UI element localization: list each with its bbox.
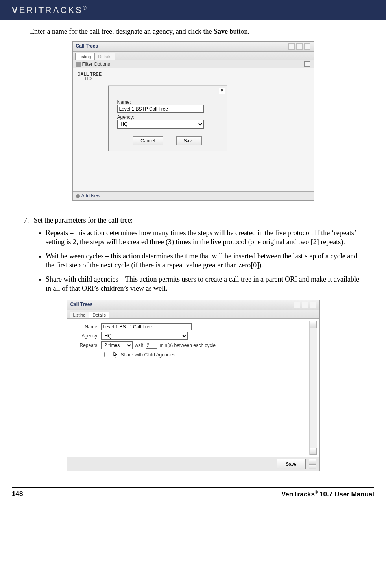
- bullet-share: Share with child agencies – This action …: [46, 275, 362, 293]
- screenshot-call-trees-dialog: Call Trees Listing Details Filter Option…: [72, 41, 314, 201]
- repeats-select[interactable]: 2 times: [101, 341, 133, 349]
- filter-label: Filter Options: [82, 61, 110, 67]
- panel-body: CALL TREE HQ ✕ Name: Agency: HQ Cancel S…: [73, 68, 314, 191]
- panel-title: Call Trees: [76, 43, 98, 50]
- screenshot-call-trees-details: Call Trees Listing Details Name: Agency:…: [67, 300, 320, 471]
- name-label: Name:: [117, 100, 218, 105]
- parameter-bullets: Repeats – this action determines how man…: [24, 229, 362, 293]
- agency-select[interactable]: HQ: [117, 120, 204, 129]
- save-button-2[interactable]: Save: [277, 459, 305, 469]
- step-7: 7. Set the parameters for the call tree:: [24, 216, 362, 225]
- new-call-tree-dialog: ✕ Name: Agency: HQ Cancel Save: [108, 86, 227, 151]
- window-buttons-2: [294, 302, 316, 308]
- agency-select-2[interactable]: HQ: [101, 332, 188, 340]
- manual-title: VeriTracks® 10.7 User Manual: [281, 490, 374, 498]
- scroll-down-icon[interactable]: [309, 464, 316, 469]
- tab-details[interactable]: Details: [94, 53, 115, 60]
- add-new-link[interactable]: Add New: [81, 193, 101, 199]
- tab-listing[interactable]: Listing: [75, 53, 95, 60]
- filter-bar: Filter Options: [73, 60, 314, 68]
- wait-label: wait: [135, 343, 143, 348]
- maximize-icon[interactable]: [302, 302, 308, 308]
- step-text: Set the parameters for the call tree:: [34, 216, 133, 225]
- dialog-close-button[interactable]: ✕: [219, 88, 225, 94]
- name-input[interactable]: [117, 105, 204, 113]
- tree-heading: CALL TREE: [78, 72, 309, 76]
- vertical-scrollbar[interactable]: [309, 321, 317, 455]
- page-footer: 148 VeriTracks® 10.7 User Manual: [12, 487, 374, 505]
- bullet-wait: Wait between cycles – this action determ…: [46, 252, 362, 269]
- agency-label-2: Agency:: [74, 333, 99, 339]
- panel-title-bar-2: Call Trees: [67, 300, 319, 310]
- cancel-button[interactable]: Cancel: [133, 136, 163, 145]
- footer-scroll[interactable]: [309, 459, 316, 469]
- share-checkbox[interactable]: [104, 352, 109, 357]
- name-input-2[interactable]: [101, 323, 192, 330]
- intro-paragraph: Enter a name for the call tree, designat…: [30, 28, 362, 36]
- close-icon[interactable]: [304, 43, 310, 50]
- expand-filter-button[interactable]: [304, 61, 310, 67]
- panel-title-2: Call Trees: [70, 302, 93, 308]
- intro-suffix: button.: [228, 28, 249, 35]
- close-icon[interactable]: [310, 302, 316, 308]
- brand-logo: VERITRACKS®: [12, 5, 86, 15]
- page-number: 148: [12, 490, 23, 498]
- name-label-2: Name:: [74, 324, 99, 330]
- panel-footer-2: Save: [67, 457, 319, 471]
- maximize-icon[interactable]: [296, 43, 303, 50]
- save-button[interactable]: Save: [176, 136, 202, 145]
- step-number: 7.: [24, 216, 29, 225]
- add-new-bar: Add New: [73, 191, 314, 200]
- scroll-up-icon[interactable]: [309, 459, 316, 464]
- intro-prefix: Enter a name for the call tree, designat…: [30, 28, 214, 35]
- header-bar: VERITRACKS®: [0, 0, 386, 20]
- tab-strip-2: Listing Details: [67, 310, 319, 318]
- cursor-icon: [113, 351, 118, 358]
- bullet-repeats: Repeats – this action determines how man…: [46, 229, 362, 246]
- window-buttons: [288, 43, 310, 50]
- wait-input[interactable]: [146, 342, 157, 349]
- minimize-icon[interactable]: [288, 43, 295, 50]
- repeats-label: Repeats:: [74, 343, 99, 348]
- wait-suffix: min(s) between each cycle: [160, 343, 216, 348]
- tab-listing-2[interactable]: Listing: [70, 312, 89, 319]
- scroll-up-icon[interactable]: [310, 321, 317, 328]
- minimize-icon[interactable]: [294, 302, 300, 308]
- scroll-down-icon[interactable]: [310, 448, 317, 455]
- intro-bold: Save: [214, 28, 228, 35]
- panel-body-2: Name: Agency: HQ Repeats: 2 times wait m…: [67, 318, 319, 457]
- tab-details-2[interactable]: Details: [89, 312, 109, 319]
- agency-label: Agency:: [117, 114, 218, 120]
- tree-item-hq[interactable]: HQ: [85, 76, 309, 81]
- share-label: Share with Child Agencies: [121, 352, 175, 358]
- tab-strip: Listing Details: [73, 52, 314, 60]
- filter-icon: [76, 62, 81, 67]
- panel-title-bar: Call Trees: [73, 42, 314, 52]
- add-icon: [76, 194, 80, 198]
